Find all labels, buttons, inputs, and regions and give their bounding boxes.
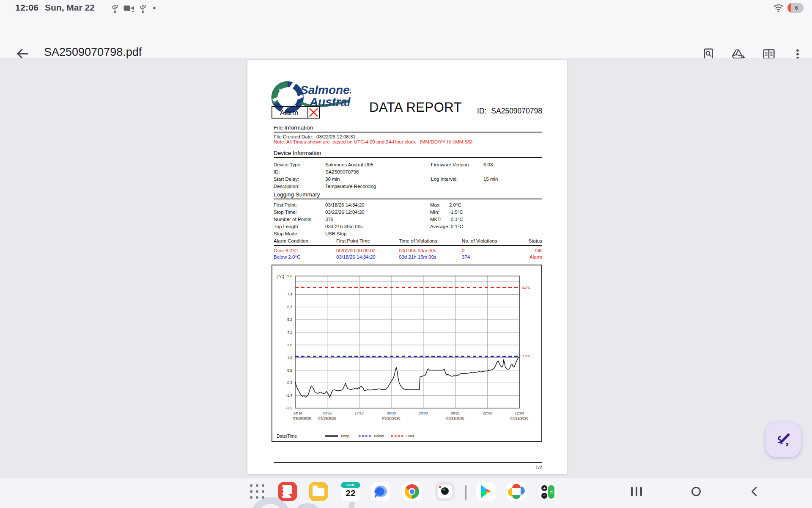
svg-text:3.0: 3.0	[287, 343, 292, 347]
temperature-chart-box: 9.07.46.35.24.13.01.90.8-0.3-1.4-2.5[°C]…	[272, 265, 542, 442]
first-point-time: 03/18/26 14:34:20	[336, 254, 376, 260]
row-label: ID:	[274, 169, 280, 174]
row-label2: Average:	[430, 224, 450, 229]
row-label: Start Delay:	[274, 177, 299, 182]
svg-text:5.2: 5.2	[287, 318, 292, 322]
pdf-scroll-area[interactable]: Salmones Austral DATA REPORT Alarm ID: S…	[0, 58, 812, 478]
row-value: 03d 21h 30m 00s	[325, 224, 363, 229]
folder-icon	[313, 488, 324, 496]
photos-petal-green	[512, 495, 521, 499]
app-messages[interactable]	[371, 482, 390, 501]
svg-text:Temp: Temp	[340, 434, 349, 438]
row-label: Trip Length:	[274, 224, 299, 229]
calculator-equals: =	[548, 485, 554, 499]
col-header: Time of Violations	[399, 238, 437, 243]
app-samsung-notes[interactable]	[278, 482, 297, 501]
screen-record-icon	[123, 5, 134, 13]
spen-edit-fab[interactable]	[765, 422, 801, 457]
svg-text:4.1: 4.1	[287, 330, 292, 334]
row-value: 30 min	[325, 177, 340, 182]
app-calendar[interactable]: SUN 22	[341, 482, 360, 501]
time-of-violations: 03d 21h 15m 00s	[399, 254, 436, 260]
app-chrome[interactable]	[402, 482, 422, 501]
svg-text:14:34: 14:34	[293, 411, 302, 415]
app-google-photos[interactable]	[507, 482, 526, 501]
logging-row: Trip Length: 03d 21h 30m 00s Average: -0…	[247, 224, 567, 230]
times-note: Note: All Times shown are based on UTC-4…	[274, 139, 472, 144]
nav-recents-button[interactable]	[624, 482, 649, 501]
svg-text:[°C]: [°C]	[277, 274, 284, 279]
row-label: First Point:	[274, 202, 297, 207]
red-x-icon	[308, 107, 319, 118]
svg-text:06:38: 06:38	[387, 411, 396, 415]
app-drawer-button[interactable]	[247, 482, 267, 501]
device-id-label: ID:	[477, 107, 486, 115]
back-chevron-icon	[749, 486, 760, 497]
row-label2: Firmware Version:	[431, 162, 470, 167]
svg-text:17:17: 17:17	[355, 411, 364, 415]
photos-petal-blue	[521, 486, 525, 495]
svg-text:Date/Time: Date/Time	[277, 433, 297, 439]
svg-text:22:42: 22:42	[483, 411, 492, 415]
svg-text:09:21: 09:21	[451, 411, 460, 415]
device-id-line: ID: SA2509070798	[477, 107, 542, 116]
app-my-files[interactable]	[309, 482, 328, 501]
row-value: Salmones Austral U05	[325, 162, 373, 167]
camera-red-dot	[439, 486, 441, 488]
row-value2: 6.03	[483, 162, 493, 167]
svg-text:1.9: 1.9	[287, 356, 292, 360]
app-camera[interactable]	[435, 482, 455, 501]
section-rule	[274, 157, 542, 158]
clock: 12:06	[15, 3, 38, 13]
alarm-table-header: Alarm Condition First Point Time Time of…	[247, 238, 567, 245]
svg-text:-1.4: -1.4	[286, 393, 292, 398]
row-value: 03/22/26 12:04:20	[325, 210, 365, 215]
row-value: 375	[325, 217, 333, 222]
logging-row: Stop Mode: USB Stop	[247, 231, 567, 237]
nav-back-button[interactable]	[742, 482, 767, 501]
photos-petal-red	[512, 484, 521, 488]
col-header: Alarm Condition	[274, 238, 308, 243]
app-calculator[interactable]: + − =	[538, 482, 557, 501]
status-date: Sun, Mar 22	[45, 3, 95, 13]
svg-text:8.0°C: 8.0°C	[522, 286, 530, 290]
logo-text-line1: Salmones	[300, 83, 351, 97]
battery-percent: 6	[787, 3, 804, 13]
report-title: DATA REPORT	[369, 100, 462, 115]
row-value2: -1.5°C	[449, 210, 463, 215]
nav-home-button[interactable]	[683, 482, 709, 501]
file-created-value: 03/22/26 12:08:31	[316, 134, 356, 139]
svg-text:Over: Over	[406, 434, 414, 438]
svg-text:-2.5: -2.5	[286, 406, 292, 410]
camera-lens-glint	[443, 489, 445, 491]
calendar-weekday: SUN	[341, 482, 360, 488]
chat-bubble-tail	[375, 495, 378, 498]
svg-text:03/18/2026: 03/18/2026	[293, 416, 311, 420]
row-label2: MKT:	[430, 217, 441, 222]
usb-connected-icon	[111, 3, 119, 14]
row-value: SA2509070798	[325, 169, 359, 174]
row-value: 03/18/26 14:34:20	[325, 202, 365, 207]
usb-icon	[139, 3, 147, 14]
row-value2: -0.1°C	[449, 224, 463, 229]
svg-text:03:55: 03:55	[323, 411, 332, 415]
tablet-screen: 12:06 Sun, Mar 22	[0, 0, 812, 508]
alarm-status-box: Alarm	[272, 106, 320, 119]
app-play-store[interactable]	[476, 482, 496, 501]
table-header-rule	[274, 245, 542, 246]
row-label2: Min:	[430, 210, 439, 215]
file-information-heading: File Information	[274, 124, 313, 131]
notes-paper-icon	[282, 485, 292, 498]
pdf-page-1: Salmones Austral DATA REPORT Alarm ID: S…	[247, 60, 567, 474]
alarm-table-row: Below 2.0°C 03/18/26 14:34:20 03d 21h 15…	[247, 254, 567, 261]
svg-text:9.0: 9.0	[287, 274, 292, 278]
row-value2: 2.0°C	[449, 202, 461, 207]
alarm-condition: Over 8.0°C	[274, 248, 298, 253]
svg-text:03/20/2026: 03/20/2026	[382, 416, 401, 420]
document-title: SA2509070798.pdf	[44, 46, 142, 59]
wifi-icon	[773, 4, 784, 12]
calendar-day: 22	[341, 488, 360, 498]
play-store-icon	[476, 482, 496, 501]
svg-text:20:00: 20:00	[419, 411, 428, 415]
row-label: Number of Points:	[274, 217, 313, 222]
